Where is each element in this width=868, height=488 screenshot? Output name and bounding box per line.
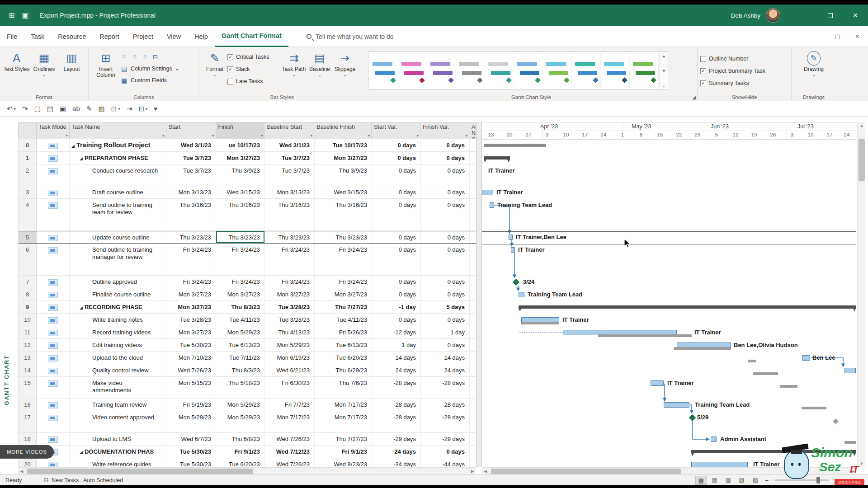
start-cell[interactable]: Mon 3/27/23: [166, 301, 216, 313]
baseline-button[interactable]: ▤ Baseline ⌄: [307, 49, 332, 77]
save-button[interactable]: ▣: [57, 104, 68, 114]
baseline-start-cell[interactable]: Wed 7/26/23: [265, 433, 315, 445]
task-name-cell[interactable]: Record training videos: [70, 326, 166, 338]
task-mode-cell[interactable]: [37, 186, 70, 198]
row-number-cell[interactable]: 17: [19, 411, 37, 432]
row-number-cell[interactable]: 12: [19, 339, 37, 351]
finish-var-cell[interactable]: -28 days: [421, 399, 470, 411]
new-file-button[interactable]: ▢: [32, 104, 43, 114]
table-row[interactable]: 8Finalise course outlineMon 3/27/23Mon 3…: [19, 288, 476, 301]
gantt-hscroll-thumb[interactable]: [491, 469, 681, 474]
finish-cell[interactable]: Fri 9/1/23: [216, 446, 265, 458]
baseline-start-cell[interactable]: Mon 3/13/23: [265, 186, 315, 198]
task-mode-cell[interactable]: [37, 301, 70, 313]
task-name-cell[interactable]: Finalise course outline: [70, 288, 166, 300]
column-header-task-name[interactable]: Task Name▾: [70, 122, 166, 139]
text-styles-button[interactable]: A Text Styles: [3, 49, 30, 72]
critical-tasks-checkbox[interactable]: ✓Critical Tasks: [227, 52, 281, 62]
start-cell[interactable]: Wed 3/1/23: [166, 139, 216, 151]
finish-cell[interactable]: Thu 5/18/23: [216, 377, 265, 398]
column-header-task-mode[interactable]: Task Mode▾: [37, 122, 70, 139]
finish-var-cell[interactable]: 0 days: [421, 244, 470, 275]
row-number-cell[interactable]: 16: [19, 399, 37, 411]
row-number-cell[interactable]: 4: [19, 199, 37, 230]
task-name-cell[interactable]: Upload to the cloud: [70, 352, 166, 364]
gantt-task-bar[interactable]: [651, 380, 664, 386]
table-row[interactable]: 9◢RECORDING PHASEMon 3/27/23Thu 8/3/23Tu…: [19, 301, 476, 314]
table-row[interactable]: 19◢DOCUMENTATION PHASTue 5/30/23Fri 9/1/…: [19, 446, 476, 458]
menu-tab-task[interactable]: Task: [24, 26, 51, 47]
row-number-cell[interactable]: 20: [19, 458, 37, 467]
row-number-cell[interactable]: 0: [19, 139, 37, 151]
finish-var-cell[interactable]: 0 days: [421, 339, 470, 351]
table-row[interactable]: 1◢PREPARATION PHASETue 3/7/23Mon 3/27/23…: [19, 152, 476, 164]
finish-var-cell[interactable]: 0 days: [421, 446, 470, 458]
gantt-style-thumbnail-4[interactable]: [456, 53, 485, 88]
gantt-milestone-icon[interactable]: [689, 414, 696, 422]
task-mode-cell[interactable]: [37, 199, 70, 230]
row-number-cell[interactable]: 1: [19, 152, 37, 164]
summary-tasks-checkbox[interactable]: ✓Summary Tasks: [700, 78, 765, 89]
task-name-cell[interactable]: Send outline to training manager for rev…: [70, 244, 166, 275]
baseline-finish-cell[interactable]: Wed 3/15/23: [315, 186, 372, 198]
finish-var-cell[interactable]: 1 day: [421, 326, 470, 338]
select-all-corner[interactable]: [19, 122, 37, 139]
start-cell[interactable]: Tue 3/28/23: [166, 314, 216, 326]
menu-tab-gantt-chart-format[interactable]: Gantt Chart Format: [215, 26, 288, 47]
baseline-start-cell[interactable]: Thu 3/16/23: [265, 199, 315, 230]
start-var-cell[interactable]: -29 days: [372, 433, 421, 445]
gantt-summary-bar[interactable]: [484, 156, 510, 160]
finish-var-cell[interactable]: 0 days: [421, 152, 470, 164]
row-number-cell[interactable]: 7: [19, 276, 37, 288]
baseline-finish-cell[interactable]: Mon 3/27/23: [315, 152, 372, 164]
table-horizontal-scrollbar[interactable]: ◀ ▶: [18, 467, 476, 474]
start-cell[interactable]: Mon 3/27/23: [166, 288, 216, 300]
task-name-cell[interactable]: Conduct course research: [70, 164, 166, 186]
gallery-down-icon[interactable]: ▾: [663, 68, 665, 73]
task-mode-cell[interactable]: [37, 314, 70, 326]
finish-cell[interactable]: Fri 3/24/23: [216, 244, 265, 275]
start-var-cell[interactable]: 0 days: [372, 186, 421, 198]
gantt-chart-view-button[interactable]: ▤: [695, 476, 707, 485]
subscribe-button[interactable]: SUBSCRIBE: [835, 479, 864, 485]
scroll-right-icon[interactable]: ▶: [469, 468, 476, 475]
column-header-start-var[interactable]: Start Var.▾: [372, 122, 420, 139]
finish-cell[interactable]: ue 10/17/23: [216, 139, 265, 151]
finish-cell[interactable]: Thu 3/9/23: [216, 164, 265, 186]
baseline-start-cell[interactable]: Tue 3/7/23: [265, 164, 315, 186]
start-cell[interactable]: Tue 3/7/23: [166, 164, 216, 186]
table-row[interactable]: 15Make video ammendmentsMon 5/15/23Thu 5…: [19, 377, 476, 399]
baseline-start-cell[interactable]: Wed 3/1/23: [265, 139, 315, 151]
finish-cell[interactable]: Mon 5/29/23: [216, 399, 265, 411]
menu-tab-view[interactable]: View: [160, 26, 188, 47]
baseline-finish-cell[interactable]: Mon 7/17/23: [315, 411, 372, 432]
gantt-chart-area[interactable]: IT TrainerIT TrainerTraining Team LeadIT…: [482, 140, 856, 467]
finish-cell[interactable]: Fri 3/24/23: [216, 276, 265, 288]
task-name-cell[interactable]: Write reference guides: [70, 458, 166, 467]
task-name-cell[interactable]: Make video ammendments: [70, 377, 166, 398]
scroll-left-icon[interactable]: ◀: [18, 468, 25, 475]
task-mode-cell[interactable]: [37, 164, 70, 186]
start-cell[interactable]: Mon 5/29/23: [166, 411, 216, 432]
start-cell[interactable]: Fri 3/24/23: [166, 276, 216, 288]
redo-button[interactable]: ↷: [20, 104, 30, 114]
start-var-cell[interactable]: 0 days: [372, 288, 421, 300]
column-header-add-new-column[interactable]: Add New Column: [469, 122, 476, 139]
task-mode-cell[interactable]: [37, 288, 70, 300]
task-mode-cell[interactable]: [37, 377, 70, 398]
baseline-start-cell[interactable]: Thu 3/23/23: [265, 231, 315, 243]
task-name-cell[interactable]: Outline approved: [70, 276, 166, 288]
scroll-up-icon[interactable]: ▲: [858, 122, 866, 129]
table-row[interactable]: 5Update course outlineThu 3/23/23Thu 3/2…: [19, 231, 476, 244]
baseline-start-cell[interactable]: Wed 7/12/23: [265, 446, 315, 458]
task-name-cell[interactable]: Update course outline: [70, 231, 166, 243]
finish-cell[interactable]: Thu 8/3/23: [216, 364, 265, 376]
user-avatar[interactable]: [766, 8, 780, 23]
insert-table-button[interactable]: ▦: [96, 104, 107, 114]
gantt-task-bar[interactable]: [490, 202, 494, 208]
gantt-style-thumbnail-1[interactable]: [369, 53, 398, 88]
zoom-out-button[interactable]: −: [765, 477, 769, 484]
menu-tab-file[interactable]: File: [0, 26, 24, 47]
indent-button[interactable]: ⇥: [124, 104, 135, 114]
finish-var-cell[interactable]: 0 days: [421, 314, 470, 326]
